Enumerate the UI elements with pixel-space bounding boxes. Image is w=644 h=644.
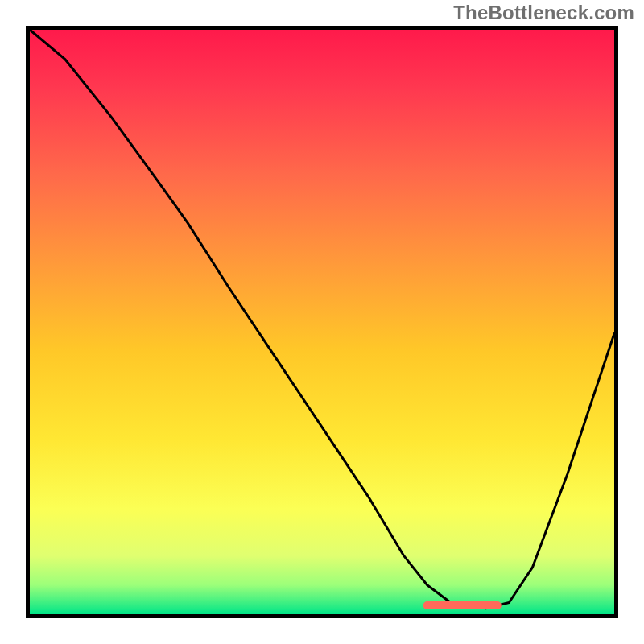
stage: TheBottleneck.com	[0, 0, 644, 644]
chart-background	[30, 30, 614, 614]
plot-area	[26, 26, 618, 618]
svg-rect-0	[30, 30, 614, 614]
chart-svg	[26, 26, 618, 618]
watermark-text: TheBottleneck.com	[453, 2, 634, 24]
